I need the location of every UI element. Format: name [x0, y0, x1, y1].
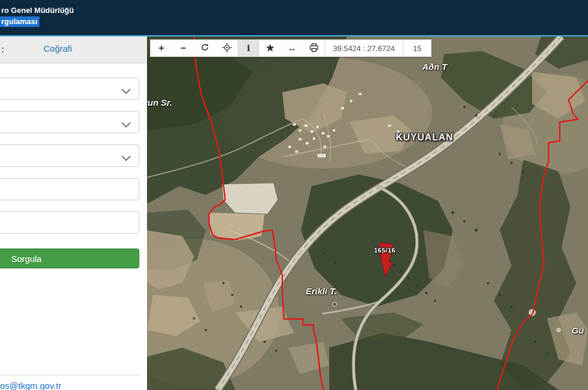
double-arrow-icon: ↔ — [288, 43, 297, 53]
refresh-button[interactable] — [194, 40, 216, 56]
query-sidebar: : Coğrafi Sorgula os@tkgm.gov.tr — [0, 36, 147, 390]
chevron-down-icon — [122, 85, 131, 95]
app-header: ro Genel Müdürlüğü rgulaması — [0, 0, 588, 35]
minus-icon: − — [181, 43, 186, 53]
info-icon: i — [247, 44, 250, 53]
zoom-in-button[interactable]: + — [151, 40, 172, 56]
app-title: ro Genel Müdürlüğü — [1, 6, 74, 15]
sorgula-button[interactable]: Sorgula — [0, 248, 139, 268]
satellite-imagery — [147, 36, 588, 390]
measure-button[interactable]: ↔ — [281, 40, 303, 56]
coordinates-readout: 39.5424 : 27.6724 — [325, 40, 403, 56]
zoom-out-button[interactable]: − — [172, 40, 194, 56]
select-field-1[interactable] — [0, 78, 139, 100]
select-field-3[interactable] — [0, 144, 139, 167]
map-toolbar: + − i ★ ↔ 39.5424 : 27.6724 15 — [150, 39, 432, 57]
app-subtitle-selected: rgulaması — [0, 16, 39, 27]
text-field-1[interactable] — [0, 178, 139, 200]
chevron-down-icon — [122, 152, 131, 162]
info-button[interactable]: i — [238, 40, 259, 56]
chevron-down-icon — [122, 119, 131, 128]
locate-button[interactable] — [216, 40, 238, 56]
print-button[interactable] — [303, 40, 325, 56]
plus-icon: + — [159, 43, 164, 53]
poi-marker — [332, 302, 337, 307]
star-icon: ★ — [266, 43, 274, 53]
contact-email-link[interactable]: os@tkgm.gov.tr — [0, 381, 61, 390]
printer-icon — [309, 43, 319, 54]
tab-partial-left: : — [1, 44, 4, 54]
sidebar-tabbar: : Coğrafi — [0, 36, 147, 63]
locate-icon — [222, 43, 232, 54]
text-field-2[interactable] — [0, 211, 139, 234]
refresh-icon — [201, 43, 209, 53]
select-field-2[interactable] — [0, 111, 139, 133]
tab-cografi[interactable]: Coğrafi — [44, 43, 72, 53]
sidebar-footer-divider — [0, 375, 140, 375]
zoom-level-readout: 15 — [403, 40, 431, 56]
map-canvas[interactable]: Aðn T KUYUALAN urun Sr. Erikli T. Gü 165… — [147, 36, 588, 390]
favorites-button[interactable]: ★ — [259, 40, 281, 56]
parcel-query-app: ro Genel Müdürlüğü rgulaması : Coğrafi S… — [0, 0, 588, 390]
